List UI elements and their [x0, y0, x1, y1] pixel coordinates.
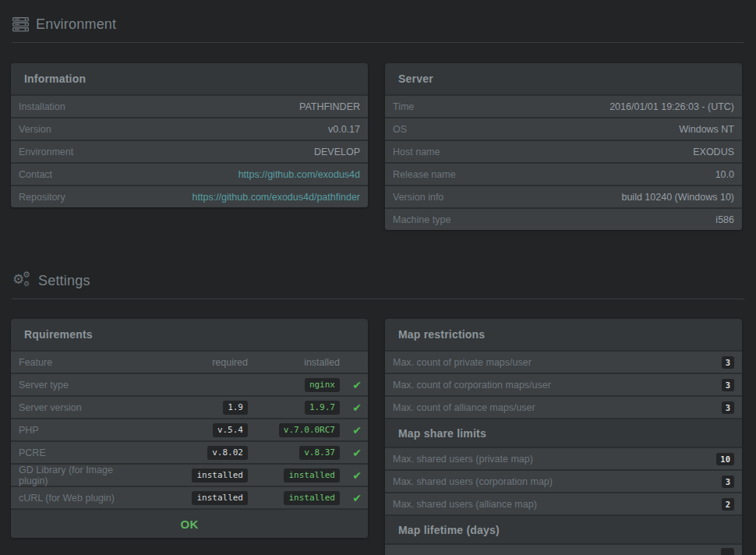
table-row: GD Library (for Image plugin) installed … — [11, 463, 368, 486]
row-value: Windows NT — [679, 124, 734, 135]
row-label: Installation — [19, 101, 65, 112]
gears-icon: ⚙ ⚙ ⚙ — [12, 272, 31, 289]
map-settings-panel: Map restrictions Max. count of private m… — [385, 319, 742, 555]
feature-label: PHP — [19, 425, 131, 436]
table-row: Host name EXODUS — [385, 140, 742, 162]
table-row: PHP v.5.4 v.7.0.0RC7 ✔ — [11, 418, 368, 440]
required-badge: installed — [192, 491, 248, 505]
table-row: OS Windows NT — [385, 117, 742, 140]
check-icon: ✔ — [352, 401, 362, 414]
feature-label: Server version — [19, 402, 131, 413]
check-icon: ✔ — [352, 447, 362, 459]
check-icon: ✔ — [352, 379, 362, 391]
table-row: Release name 10.0 — [385, 162, 742, 185]
feature-label: Server type — [19, 380, 131, 391]
row-label: Host name — [393, 147, 440, 157]
row-label: Release name — [393, 169, 456, 180]
feature-label: cURL (for Web plugin) — [19, 493, 131, 504]
table-row: cURL (for Web plugin) installed installe… — [11, 486, 368, 508]
check-icon: ✔ — [352, 492, 362, 504]
row-value: 2016/01/01 19:26:03 - (UTC) — [609, 101, 734, 112]
table-row: Installation PATHFINDER — [11, 94, 368, 117]
table-row: Server type nginx ✔ — [11, 373, 368, 395]
table-row: Environment DEVELOP — [11, 140, 368, 162]
divider — [12, 299, 744, 299]
contact-link[interactable]: https://github.com/exodus4d — [238, 169, 360, 180]
setting-value-badge: 2 — [722, 498, 734, 511]
row-value: EXODUS — [693, 147, 734, 157]
required-badge: v.8.02 — [207, 446, 248, 460]
setting-value-badge: 10 — [716, 453, 734, 465]
table-row: Max. count of alliance maps/user 3 — [385, 395, 742, 418]
table-row: Server version 1.9 1.9.7 ✔ — [11, 395, 368, 418]
row-label: Environment — [19, 147, 73, 157]
table-row: Version info build 10240 (Windows 10) — [385, 185, 742, 207]
table-header-row: Feature required installed — [11, 350, 368, 373]
table-row: Machine type i586 — [385, 207, 742, 230]
setting-label: Max. count of private maps/user — [393, 357, 532, 368]
row-label: Time — [393, 101, 414, 112]
page-title-environment: Environment — [36, 16, 116, 33]
installed-badge: 1.9.7 — [305, 401, 340, 415]
column-header-required: required — [131, 357, 248, 368]
map-share-limits-title: Map share limits — [385, 418, 742, 447]
setting-label: Max. shared users (private map) — [393, 454, 533, 465]
table-row: Contact https://github.com/exodus4d — [11, 162, 368, 185]
installed-badge: installed — [284, 491, 340, 505]
row-value: 10.0 — [715, 169, 734, 180]
required-badge: installed — [192, 468, 248, 483]
table-row: Max. shared users (alliance map) 2 — [385, 492, 742, 514]
table-row: PCRE v.8.02 v.8.37 ✔ — [11, 440, 368, 463]
map-restrictions-title: Map restrictions — [385, 319, 742, 350]
map-lifetime-title: Map lifetime (days) — [385, 514, 742, 543]
row-label: Version info — [393, 192, 443, 203]
row-value: DEVELOP — [314, 147, 360, 157]
setting-label: Max. shared users (alliance map) — [393, 499, 537, 510]
row-value: build 10240 (Windows 10) — [621, 192, 734, 203]
server-stack-icon — [12, 17, 29, 32]
table-row: Max. shared users (private map) 10 — [385, 447, 742, 469]
setting-label: Max. count of alliance maps/user — [393, 402, 535, 413]
feature-label: PCRE — [19, 447, 131, 458]
installed-badge: installed — [284, 468, 340, 483]
row-label: Repository — [19, 192, 65, 203]
server-panel-title: Server — [385, 63, 742, 94]
table-row: Max. shared users (corporation map) 3 — [385, 469, 742, 492]
table-row: Version v0.0.17 — [11, 117, 368, 140]
requirements-panel: Rquirements Feature required installed S… — [11, 319, 368, 538]
required-badge: 1.9 — [223, 401, 248, 415]
column-header-installed: installed — [248, 357, 340, 368]
setting-value-badge: 3 — [722, 379, 734, 391]
page-title-settings: Settings — [38, 273, 90, 289]
required-badge: v.5.4 — [213, 423, 248, 437]
installed-badge: v.8.37 — [299, 446, 340, 460]
settings-section-header: ⚙ ⚙ ⚙ Settings — [12, 230, 744, 299]
requirements-panel-title: Rquirements — [11, 319, 368, 350]
check-icon: ✔ — [352, 469, 362, 482]
divider — [12, 42, 744, 43]
installed-badge: v.7.0.0RC7 — [279, 423, 340, 437]
table-row: Repository https://github.com/exodus4d/p… — [11, 185, 368, 207]
feature-label: GD Library (for Image plugin) — [19, 465, 131, 486]
setting-value-badge: 3 — [722, 356, 734, 369]
check-icon: ✔ — [352, 424, 362, 437]
repository-link[interactable]: https://github.com/exodus4d/pathfinder — [193, 192, 360, 203]
row-value: PATHFINDER — [299, 101, 360, 112]
installed-badge: nginx — [305, 378, 340, 392]
server-panel: Server Time 2016/01/01 19:26:03 - (UTC) … — [385, 63, 742, 230]
requirements-status: OK — [11, 508, 368, 538]
row-label: OS — [393, 124, 407, 135]
setting-value-badge: 3 — [722, 475, 734, 488]
setting-label: Max. count of corporation maps/user — [393, 380, 551, 391]
information-panel: Information Installation PATHFINDER Vers… — [11, 63, 368, 207]
column-header-feature: Feature — [19, 357, 131, 368]
setting-value-badge — [721, 548, 734, 555]
row-value: v0.0.17 — [328, 124, 360, 135]
table-row: Max. count of private maps/user 3 — [385, 350, 742, 373]
setting-label: Max. shared users (corporation map) — [393, 476, 553, 487]
row-label: Contact — [19, 169, 52, 180]
table-row-partial — [385, 543, 742, 555]
table-row: Max. count of corporation maps/user 3 — [385, 373, 742, 395]
setting-value-badge: 3 — [722, 401, 734, 414]
row-value: i586 — [715, 214, 734, 225]
